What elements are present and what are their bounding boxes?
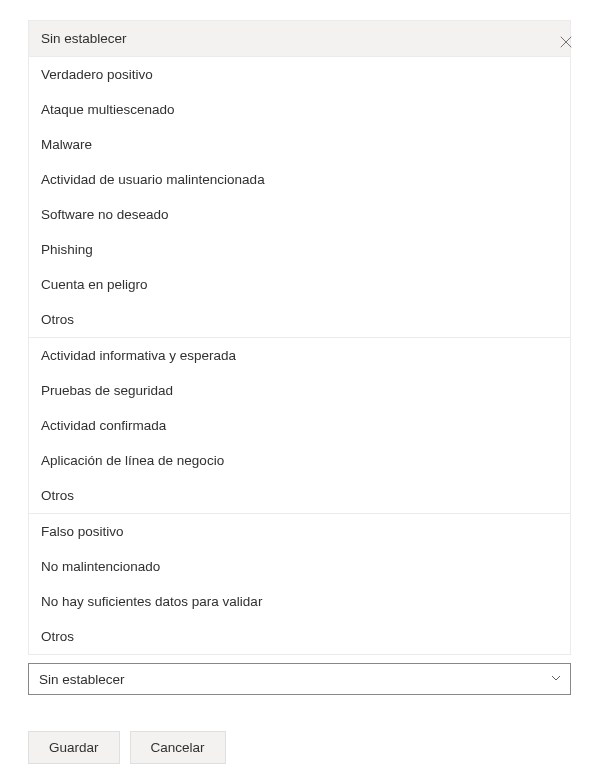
list-item[interactable]: Ataque multiescenado — [29, 92, 570, 127]
list-item[interactable]: Actividad informativa y esperada — [29, 338, 570, 373]
list-item[interactable]: Falso positivo — [29, 514, 570, 549]
classification-list: Sin establecerVerdadero positivoAtaque m… — [28, 20, 571, 655]
list-item[interactable]: Software no deseado — [29, 197, 570, 232]
close-icon — [559, 35, 573, 52]
list-item[interactable]: Pruebas de seguridad — [29, 373, 570, 408]
dropdown-value: Sin establecer — [39, 672, 125, 687]
list-group: Falso positivoNo malintencionadoNo hay s… — [29, 514, 570, 655]
list-item[interactable]: Aplicación de línea de negocio — [29, 443, 570, 478]
list-item[interactable]: Phishing — [29, 232, 570, 267]
list-item[interactable]: No malintencionado — [29, 549, 570, 584]
chevron-down-icon — [550, 672, 562, 687]
list-item[interactable]: Cuenta en peligro — [29, 267, 570, 302]
list-item[interactable]: Actividad de usuario malintencionada — [29, 162, 570, 197]
close-button[interactable] — [557, 34, 575, 52]
list-group: Actividad informativa y esperadaPruebas … — [29, 338, 570, 514]
action-bar: Guardar Cancelar — [28, 731, 571, 764]
classification-panel: Sin establecerVerdadero positivoAtaque m… — [0, 20, 589, 779]
list-group: Verdadero positivoAtaque multiescenadoMa… — [29, 57, 570, 338]
list-item[interactable]: Malware — [29, 127, 570, 162]
list-item[interactable]: Verdadero positivo — [29, 57, 570, 92]
list-item[interactable]: Sin establecer — [29, 21, 570, 56]
list-item[interactable]: Otros — [29, 302, 570, 337]
list-item[interactable]: Otros — [29, 619, 570, 654]
list-item[interactable]: Otros — [29, 478, 570, 513]
list-group: Sin establecer — [29, 20, 570, 57]
classification-dropdown[interactable]: Sin establecer — [28, 663, 571, 695]
cancel-button[interactable]: Cancelar — [130, 731, 226, 764]
list-item[interactable]: Actividad confirmada — [29, 408, 570, 443]
save-button[interactable]: Guardar — [28, 731, 120, 764]
list-item[interactable]: No hay suficientes datos para validar — [29, 584, 570, 619]
